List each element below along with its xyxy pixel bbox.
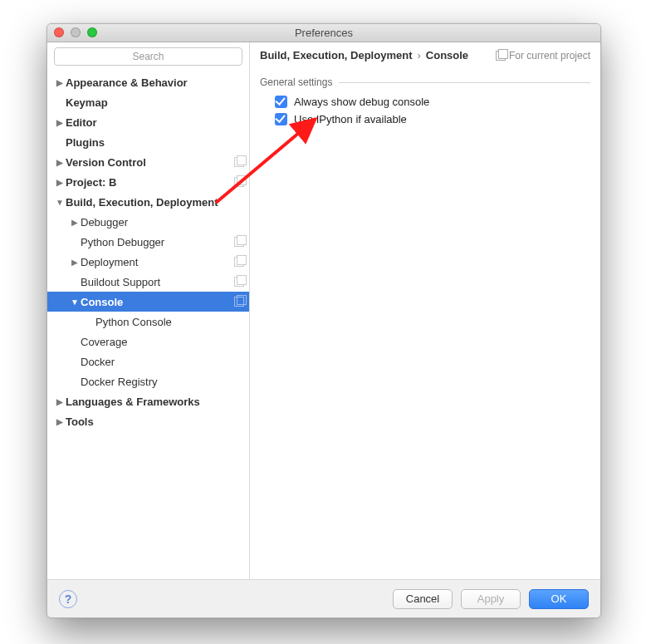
- minimize-icon[interactable]: [71, 27, 81, 37]
- tree-item-label: Appearance & Behavior: [66, 76, 244, 89]
- tree-item-label: Version Control: [66, 156, 234, 169]
- copy-icon: [234, 237, 244, 247]
- chevron-right-icon: ▶: [69, 218, 81, 227]
- chevron-right-icon: ›: [417, 49, 420, 61]
- checkbox-row[interactable]: Always show debug console: [260, 93, 590, 111]
- chevron-right-icon: ▶: [54, 397, 66, 406]
- cancel-button[interactable]: Cancel: [393, 589, 453, 609]
- chevron-right-icon: ▶: [54, 118, 66, 127]
- copy-icon: [234, 297, 244, 307]
- titlebar[interactable]: Preferences: [47, 24, 600, 42]
- tree-item-label: Editor: [66, 116, 244, 129]
- tree-item[interactable]: ▶Project: B: [47, 172, 249, 192]
- tree-item-label: Console: [81, 296, 234, 308]
- tree-item[interactable]: ▶Version Control: [47, 152, 249, 172]
- tree-item-label: Tools: [66, 415, 244, 428]
- tree-item[interactable]: ▶Debugger: [47, 212, 249, 232]
- checkbox[interactable]: [275, 96, 287, 108]
- settings-section: General settings Always show debug conso…: [250, 66, 600, 131]
- chevron-down-icon: ▼: [54, 198, 66, 207]
- checkbox-row[interactable]: Use IPython if available: [260, 111, 590, 128]
- chevron-right-icon: ▶: [54, 178, 66, 187]
- copy-icon: [234, 277, 244, 287]
- checkbox[interactable]: [275, 113, 287, 125]
- tree-item-label: Languages & Frameworks: [66, 396, 244, 408]
- chevron-right-icon: ▶: [54, 78, 66, 87]
- main-panel: Build, Execution, Deployment › Console F…: [250, 42, 600, 579]
- tree-item-label: Docker Registry: [81, 376, 244, 388]
- tree-item-label: Python Console: [95, 316, 244, 328]
- tree-item-label: Coverage: [81, 336, 244, 348]
- search-input[interactable]: [54, 47, 242, 66]
- tree-item[interactable]: Python Debugger: [47, 232, 249, 252]
- copy-icon: [496, 51, 506, 61]
- window-controls: [54, 27, 97, 37]
- tree-item[interactable]: ▶Appearance & Behavior: [47, 72, 249, 92]
- window-body: ▶Appearance & BehaviorKeymap▶EditorPlugi…: [47, 42, 600, 579]
- help-button[interactable]: ?: [59, 590, 77, 608]
- tree-item[interactable]: Plugins: [47, 132, 249, 152]
- tree-item-label: Buildout Support: [81, 276, 234, 288]
- copy-icon: [234, 157, 244, 167]
- breadcrumb: Build, Execution, Deployment › Console F…: [250, 42, 600, 66]
- tree-item[interactable]: ▶Deployment: [47, 252, 249, 272]
- chevron-down-icon: ▼: [69, 297, 81, 307]
- sidebar: ▶Appearance & BehaviorKeymap▶EditorPlugi…: [47, 42, 250, 579]
- zoom-icon[interactable]: [87, 27, 97, 37]
- chevron-right-icon: ▶: [54, 158, 66, 167]
- tree-item-label: Keymap: [66, 96, 244, 109]
- project-scope-badge: For current project: [496, 50, 590, 61]
- settings-tree[interactable]: ▶Appearance & BehaviorKeymap▶EditorPlugi…: [47, 71, 249, 579]
- copy-icon: [234, 257, 244, 267]
- breadcrumb-child: Console: [426, 49, 468, 61]
- chevron-right-icon: ▶: [69, 258, 81, 267]
- tree-item-label: Deployment: [81, 256, 234, 268]
- tree-item[interactable]: ▶Editor: [47, 112, 249, 132]
- tree-item[interactable]: ▼Console: [47, 292, 249, 312]
- tree-item[interactable]: Buildout Support: [47, 272, 249, 292]
- section-title: General settings: [260, 76, 590, 88]
- breadcrumb-parent: Build, Execution, Deployment: [260, 49, 412, 61]
- preferences-window: Preferences ▶Appearance & BehaviorKeymap…: [46, 23, 601, 618]
- tree-item[interactable]: Docker Registry: [47, 371, 249, 391]
- tree-item[interactable]: Python Console: [47, 312, 249, 332]
- tree-item-label: Build, Execution, Deployment: [66, 196, 244, 209]
- ok-button[interactable]: OK: [529, 589, 589, 609]
- tree-item-label: Docker: [81, 356, 244, 368]
- chevron-right-icon: ▶: [54, 417, 66, 426]
- tree-item[interactable]: Keymap: [47, 92, 249, 112]
- tree-item-label: Python Debugger: [81, 236, 234, 248]
- close-icon[interactable]: [54, 27, 64, 37]
- tree-item[interactable]: Coverage: [47, 332, 249, 351]
- tree-item-label: Project: B: [66, 176, 234, 189]
- window-title: Preferences: [295, 27, 353, 39]
- footer: ? Cancel Apply OK: [47, 579, 600, 617]
- copy-icon: [234, 177, 244, 187]
- checkbox-label: Always show debug console: [294, 96, 429, 108]
- tree-item[interactable]: Docker: [47, 351, 249, 371]
- tree-item[interactable]: ▶Languages & Frameworks: [47, 391, 249, 411]
- tree-item[interactable]: ▶Tools: [47, 411, 249, 431]
- tree-item-label: Plugins: [66, 136, 244, 149]
- tree-item-label: Debugger: [81, 216, 244, 229]
- checkbox-label: Use IPython if available: [294, 113, 407, 125]
- apply-button[interactable]: Apply: [461, 589, 521, 609]
- tree-item[interactable]: ▼Build, Execution, Deployment: [47, 192, 249, 212]
